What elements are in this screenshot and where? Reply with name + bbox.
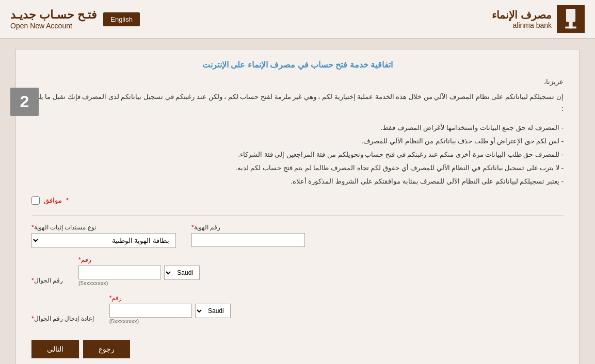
logo-text: مصرف الإنماء alinma bank <box>492 9 552 29</box>
mobile-input-row: Saudi <box>78 266 200 280</box>
id-type-label: نوع مسندات إثبات الهوية* <box>31 224 96 231</box>
id-fields-row: رقم الهوية* نوع مسندات إثبات الهوية* بطا… <box>31 224 564 248</box>
id-number-input[interactable] <box>191 233 305 247</box>
intro-text: إن تسجيلكم لبياناتكم على نظام المصرف الآ… <box>31 91 564 115</box>
buttons-row: التالي رجوع <box>31 340 564 358</box>
logo-area: مصرف الإنماء alinma bank <box>492 5 585 33</box>
mobile-fields-row: رقم* Saudi (5xxxxxxxx) رقم الجوال* <box>31 256 564 286</box>
greeting-text: عزيزنا، <box>31 78 564 86</box>
mobile-confirm-number-block: رقم* Saudi (5xxxxxxxx) <box>109 294 231 324</box>
id-type-select[interactable]: بطاقة الهوية الوطنية <box>31 233 176 248</box>
logo-english: alinma bank <box>492 21 552 29</box>
term-5: - يعتبر تسجيلكم لبياناتكم على النظام الآ… <box>31 175 564 188</box>
id-number-block: رقم الهوية* <box>191 224 305 248</box>
mobile-hint: (5xxxxxxxx) <box>78 280 108 286</box>
next-button[interactable]: التالي <box>31 340 79 358</box>
english-button[interactable]: English <box>103 12 140 26</box>
id-number-label: رقم الهوية* <box>191 224 220 231</box>
agreement-title: اتفاقية خدمة فتح حساب في مصرف الإنماء عل… <box>31 60 564 70</box>
mobile-label: رقم الجوال* <box>31 277 63 284</box>
mobile-confirm-country-select[interactable]: Saudi <box>195 304 231 318</box>
mobile-confirm-label-block: إعادة إدخال رقم الجوال* <box>31 294 94 324</box>
logo-arabic: مصرف الإنماء <box>492 9 552 21</box>
agree-checkbox[interactable] <box>31 196 40 205</box>
mobile-label-block: رقم الجوال* <box>31 256 63 286</box>
mobile-raqm-label: رقم* <box>78 256 91 263</box>
page-title-english: Open New Account <box>10 22 97 30</box>
mobile-number-input[interactable] <box>78 266 161 279</box>
mobile-confirm-fields-row: رقم* Saudi (5xxxxxxxx) إعادة إدخال رقم ا… <box>31 294 564 324</box>
mobile-confirm-input[interactable] <box>109 304 192 318</box>
main-content: 2 اتفاقية خدمة فتح حساب في مصرف الإنماء … <box>0 39 595 364</box>
header: فتـح حسـاب جديـد Open New Account Englis… <box>0 0 595 39</box>
logo-icon <box>557 5 585 33</box>
svg-rect-2 <box>565 27 576 29</box>
step-indicator: 2 <box>10 88 39 116</box>
agree-row: * موافق <box>31 196 564 205</box>
mobile-number-block: رقم* Saudi (5xxxxxxxx) <box>78 256 200 286</box>
header-left: فتـح حسـاب جديـد Open New Account Englis… <box>10 8 140 30</box>
terms-list: - المصرف له حق جمع البيانات واستخدامها ل… <box>31 121 564 188</box>
term-1: - المصرف له حق جمع البيانات واستخدامها ل… <box>31 121 564 135</box>
svg-rect-0 <box>566 9 575 22</box>
mobile-confirm-label: إعادة إدخال رقم الجوال* <box>31 315 94 322</box>
mobile-country-select[interactable]: Saudi <box>164 266 200 280</box>
agree-label: موافق <box>44 196 62 204</box>
term-2: - لس لكم حق الإعتراض أو طلب حذف بياناتكم… <box>31 135 564 148</box>
mobile-confirm-input-row: Saudi <box>109 304 231 318</box>
content-box: اتفاقية خدمة فتح حساب في مصرف الإنماء عل… <box>15 49 580 364</box>
mobile-confirm-hint: (5xxxxxxxx) <box>109 318 139 324</box>
page-title-arabic: فتـح حسـاب جديـد <box>10 8 97 22</box>
id-type-block: نوع مسندات إثبات الهوية* بطاقة الهوية ال… <box>31 224 176 248</box>
agree-star: * <box>66 196 69 204</box>
title-block: فتـح حسـاب جديـد Open New Account <box>10 8 97 30</box>
back-button[interactable]: رجوع <box>83 340 130 358</box>
divider-1 <box>31 215 564 216</box>
mobile-confirm-raqm-label: رقم* <box>109 294 122 302</box>
term-4: - لا يترب على تسجيل بياناتكم في النظام ا… <box>31 161 564 175</box>
term-3: - للمصرف حق طلب البيانات مرة أخرى منكم ع… <box>31 148 564 161</box>
bank-logo-svg <box>563 9 578 29</box>
